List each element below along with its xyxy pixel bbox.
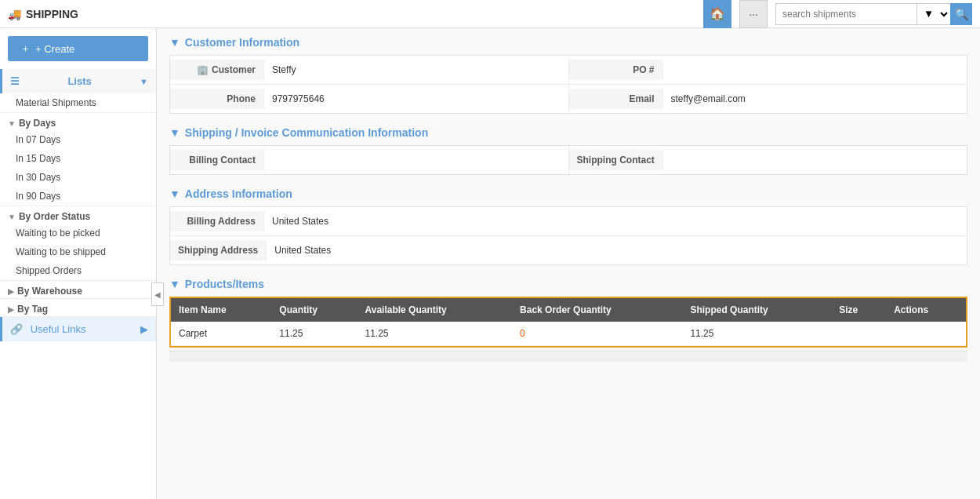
table-row: Carpet 11.25 11.25 0 11.25 [171, 322, 966, 346]
cell-item-name: Carpet [171, 322, 271, 346]
cell-size [831, 322, 886, 346]
products-table-wrap: Item Name Quantity Available Quantity Ba… [169, 297, 967, 348]
col-item-name: Item Name [171, 298, 271, 322]
phone-value: 9797975646 [264, 89, 568, 109]
customer-info-chevron: ▼ [169, 36, 180, 49]
sidebar-item-waiting-picked[interactable]: Waiting to be picked [0, 224, 156, 242]
by-tag-label: By Tag [17, 304, 48, 315]
sidebar-item-30days[interactable]: In 30 Days [0, 168, 156, 187]
customer-info-section: ▼ Customer Information 🏢 Customer Steffy… [169, 36, 967, 114]
products-label: Products/Items [185, 278, 264, 290]
contacts-row: Billing Contact Shipping Contact [170, 146, 967, 174]
by-tag-chevron: ▶ [8, 305, 14, 314]
customer-value: Steffy [264, 60, 568, 80]
by-days-header[interactable]: ▼ By Days [0, 113, 156, 130]
shipping-contact-cell: Shipping Contact [568, 146, 967, 174]
by-warehouse-header[interactable]: ▶ By Warehouse [0, 281, 156, 298]
by-warehouse-label: By Warehouse [17, 286, 82, 297]
home-button[interactable]: 🏠 [703, 0, 731, 28]
billing-contact-value [264, 155, 568, 165]
sidebar-by-tag-section: ▶ By Tag [0, 299, 156, 317]
po-label: PO # [569, 60, 663, 80]
sidebar-lists-header[interactable]: ☰ Lists ▼ [0, 69, 156, 93]
by-days-chevron: ▼ [8, 119, 16, 128]
sidebar-useful-links[interactable]: 🔗 Useful Links ▶ [0, 317, 156, 341]
search-input[interactable] [775, 3, 916, 25]
lists-label: Lists [67, 75, 91, 87]
shipping-invoice-title[interactable]: ▼ Shipping / Invoice Communication Infor… [169, 126, 967, 139]
sidebar-lists-section: ☰ Lists ▼ Material Shipments [0, 69, 156, 113]
billing-contact-cell: Billing Contact [170, 146, 568, 174]
email-value: steffy@email.com [663, 89, 967, 109]
shipping-contact-label: Shipping Contact [569, 150, 663, 170]
customer-cell: 🏢 Customer Steffy [170, 56, 568, 84]
by-order-status-header[interactable]: ▼ By Order Status [0, 206, 156, 224]
plus-icon: ＋ [20, 42, 31, 56]
products-section: ▼ Products/Items Item Name Quantity Avai… [169, 278, 967, 362]
phone-label: Phone [170, 89, 264, 109]
products-title[interactable]: ▼ Products/Items [169, 278, 967, 290]
customer-info-grid: 🏢 Customer Steffy PO # Phone 9797975646 [169, 55, 967, 114]
sidebar-item-material-shipments[interactable]: Material Shipments [0, 93, 156, 112]
sidebar-by-days-section: ▼ By Days In 07 Days In 15 Days In 30 Da… [0, 113, 156, 206]
by-warehouse-chevron: ▶ [8, 287, 14, 296]
useful-links-label: Useful Links [31, 323, 86, 335]
shipping-invoice-chevron: ▼ [169, 126, 180, 139]
col-quantity: Quantity [271, 298, 357, 322]
cell-shipped-qty: 11.25 [682, 322, 831, 346]
sidebar-item-07days[interactable]: In 07 Days [0, 130, 156, 149]
shipping-address-value: United States [267, 240, 967, 260]
table-header-row: Item Name Quantity Available Quantity Ba… [171, 298, 966, 322]
sidebar: ＋ + Create ☰ Lists ▼ Material Shipments … [0, 28, 157, 499]
cell-quantity: 11.25 [271, 322, 357, 346]
app-logo: 🚚 SHIPPING [8, 8, 78, 20]
sidebar-item-15days[interactable]: In 15 Days [0, 149, 156, 168]
more-button[interactable]: ··· [739, 0, 768, 28]
cell-actions [886, 322, 966, 346]
address-info-section: ▼ Address Information Billing Address Un… [169, 188, 967, 265]
by-days-label: By Days [19, 118, 56, 129]
billing-contact-label: Billing Contact [170, 150, 264, 170]
products-chevron: ▼ [169, 278, 180, 290]
email-cell: Email steffy@email.com [568, 85, 967, 113]
col-actions: Actions [886, 298, 966, 322]
customer-info-label: Customer Information [185, 36, 299, 49]
shipping-invoice-label: Shipping / Invoice Communication Informa… [185, 126, 428, 139]
by-order-status-label: By Order Status [19, 211, 90, 222]
sidebar-item-waiting-shipped[interactable]: Waiting to be shipped [0, 242, 156, 261]
scroll-hint [169, 351, 967, 362]
sidebar-collapse-button[interactable]: ◀ [151, 282, 164, 306]
create-button[interactable]: ＋ + Create [8, 36, 148, 61]
by-tag-header[interactable]: ▶ By Tag [0, 299, 156, 316]
address-info-grid: Billing Address United States Shipping A… [169, 206, 967, 265]
sidebar-by-warehouse-section: ▶ By Warehouse [0, 281, 156, 299]
sidebar-item-90days[interactable]: In 90 Days [0, 187, 156, 206]
col-back-order-qty: Back Order Quantity [512, 298, 682, 322]
cell-back-order-qty: 0 [512, 322, 682, 346]
by-order-status-chevron: ▼ [8, 213, 16, 221]
shipping-invoice-section: ▼ Shipping / Invoice Communication Infor… [169, 126, 967, 175]
sidebar-by-order-status-section: ▼ By Order Status Waiting to be picked W… [0, 206, 156, 281]
shipping-invoice-grid: Billing Contact Shipping Contact [169, 145, 967, 175]
billing-address-row: Billing Address United States [170, 207, 967, 236]
address-info-title[interactable]: ▼ Address Information [169, 188, 967, 200]
billing-address-value: United States [264, 211, 967, 231]
po-cell: PO # [568, 56, 967, 84]
search-dropdown[interactable]: ▼ [916, 3, 950, 25]
useful-links-left: 🔗 Useful Links [10, 323, 85, 335]
sidebar-item-shipped-orders[interactable]: Shipped Orders [0, 261, 156, 280]
truck-icon: 🚚 [8, 8, 21, 20]
topbar: 🚚 SHIPPING 🏠 ··· ▼ 🔍 [0, 0, 980, 28]
billing-address-label: Billing Address [170, 211, 264, 231]
search-wrap: ▼ 🔍 [775, 3, 972, 25]
link-icon: 🔗 [10, 323, 23, 335]
col-available-qty: Available Quantity [358, 298, 513, 322]
cell-available-qty: 11.25 [358, 322, 513, 346]
billing-address-cell: Billing Address United States [170, 207, 967, 235]
search-button[interactable]: 🔍 [950, 3, 972, 25]
col-size: Size [831, 298, 886, 322]
customer-info-title[interactable]: ▼ Customer Information [169, 36, 967, 49]
phone-row: Phone 9797975646 Email steffy@email.com [170, 85, 967, 113]
address-info-chevron: ▼ [169, 188, 180, 200]
main-layout: ＋ + Create ☰ Lists ▼ Material Shipments … [0, 28, 980, 499]
